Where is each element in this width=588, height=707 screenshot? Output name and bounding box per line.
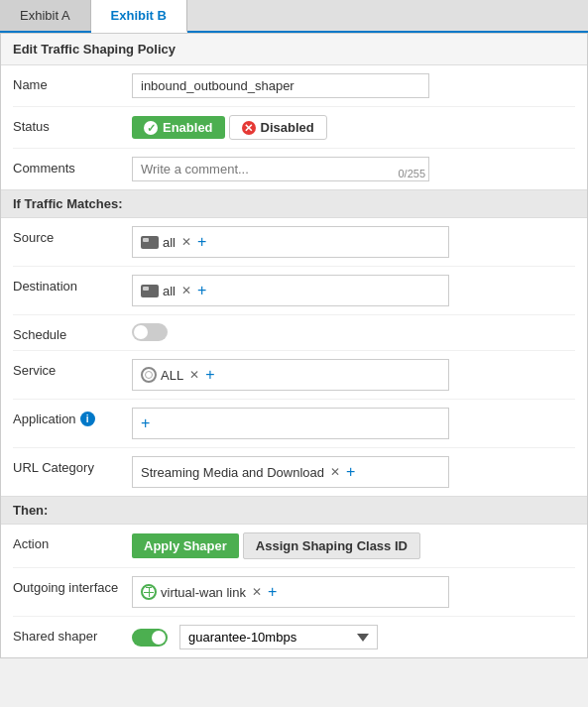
then-form-body: Action Apply Shaper Assign Shaping Class… [1,525,587,657]
service-remove-button[interactable]: ✕ [187,368,201,382]
section-title: Edit Traffic Shaping Policy [1,34,587,65]
application-label: Application i [13,408,132,426]
service-tag-box[interactable]: ALL ✕ + [132,359,449,391]
action-label: Action [13,532,132,551]
destination-tag-item: all [141,284,176,298]
shared-shaper-label: Shared shaper [13,625,132,644]
service-tag-value: ALL [161,368,183,383]
service-tag-icon [141,367,157,383]
shared-shaper-value: guarantee-10mbps [188,630,296,645]
source-add-button[interactable]: + [197,231,206,253]
url-category-tag-box[interactable]: Streaming Media and Download ✕ + [132,456,449,488]
outgoing-interface-label: Outgoing interface [13,576,132,595]
application-info-icon[interactable]: i [80,412,95,426]
destination-tag-icon [141,285,159,297]
url-category-row: URL Category Streaming Media and Downloa… [13,448,575,496]
source-tag-value: all [163,235,176,250]
destination-add-button[interactable]: + [197,280,206,301]
outgoing-interface-tag-value: virtual-wan link [161,585,246,600]
then-section-header: Then: [1,496,587,525]
toggle-knob [134,325,148,339]
shared-shaper-toggle[interactable] [132,629,168,647]
name-label: Name [13,73,132,92]
schedule-label: Schedule [13,323,132,342]
destination-tag-box[interactable]: all ✕ + [132,275,449,306]
schedule-toggle[interactable] [132,323,168,341]
source-remove-button[interactable]: ✕ [179,235,193,249]
if-form-body: Source all ✕ + [1,218,587,496]
application-field: + [132,408,575,439]
outgoing-interface-remove-button[interactable]: ✕ [250,585,264,599]
shared-shaper-toggle-knob [152,631,166,645]
action-field: Apply Shaper Assign Shaping Class ID [132,532,575,559]
shared-shaper-select[interactable]: guarantee-10mbps [179,625,378,649]
enabled-label: Enabled [163,120,213,135]
destination-remove-button[interactable]: ✕ [179,284,193,297]
url-category-tag-item: Streaming Media and Download [141,465,324,480]
service-add-button[interactable]: + [205,364,214,386]
outgoing-interface-globe-icon [141,584,157,600]
service-row: Service ALL ✕ + [13,351,575,400]
shared-shaper-field: guarantee-10mbps [132,625,575,649]
comments-field: 0/255 [132,157,575,181]
destination-tag-value: all [163,284,176,298]
outgoing-interface-add-button[interactable]: + [268,581,277,603]
destination-field: all ✕ + [132,275,575,306]
source-row: Source all ✕ + [13,218,575,267]
url-category-label: URL Category [13,456,132,475]
if-section-header: If Traffic Matches: [1,189,587,218]
shared-shaper-dropdown-arrow [357,634,369,642]
source-tag-row: all ✕ [141,235,193,250]
tab-bar: Exhibit A Exhibit B [0,0,588,33]
url-category-add-button[interactable]: + [346,461,355,483]
destination-tag-row: all ✕ [141,284,193,298]
name-row: Name [13,65,575,107]
destination-row: Destination all ✕ + [13,267,575,315]
name-input[interactable] [132,73,429,98]
source-label: Source [13,226,132,245]
schedule-row: Schedule [13,315,575,351]
outgoing-interface-tag-row: virtual-wan link ✕ [141,584,264,600]
outgoing-interface-row: Outgoing interface virtual-wan link ✕ [13,568,575,617]
status-row: Status ✓ Enabled ✕ Disabled [13,107,575,149]
outgoing-interface-field: virtual-wan link ✕ + [132,576,575,608]
disabled-label: Disabled [261,120,314,135]
tab-exhibit-a[interactable]: Exhibit A [0,0,91,31]
form-body: Name Status ✓ Enabled ✕ Disabled Comment… [1,65,587,189]
source-tag-icon [141,236,159,249]
outgoing-interface-tag-item: virtual-wan link [141,584,246,600]
disabled-icon: ✕ [242,121,256,135]
source-tag-box[interactable]: all ✕ + [132,226,449,258]
status-label: Status [13,115,132,134]
comments-row: Comments 0/255 [13,149,575,189]
char-count: 0/255 [398,168,425,179]
application-row: Application i + [13,400,575,448]
status-enabled-button[interactable]: ✓ Enabled [132,116,225,139]
service-label: Service [13,359,132,378]
source-tag-item: all [141,235,176,250]
assign-class-button[interactable]: Assign Shaping Class ID [243,532,420,559]
url-category-field: Streaming Media and Download ✕ + [132,456,575,488]
action-row: Action Apply Shaper Assign Shaping Class… [13,525,575,568]
apply-shaper-button[interactable]: Apply Shaper [132,533,239,558]
comments-wrap: 0/255 [132,157,429,181]
tab-exhibit-b[interactable]: Exhibit B [91,0,187,33]
main-panel: Edit Traffic Shaping Policy Name Status … [0,33,588,658]
destination-label: Destination [13,275,132,294]
service-tag-item: ALL [141,367,183,383]
comments-label: Comments [13,157,132,176]
url-category-remove-button[interactable]: ✕ [328,465,342,479]
source-field: all ✕ + [132,226,575,258]
url-category-tag-row: Streaming Media and Download ✕ [141,465,342,480]
outgoing-interface-tag-box[interactable]: virtual-wan link ✕ + [132,576,449,608]
enabled-icon: ✓ [144,121,158,135]
status-field: ✓ Enabled ✕ Disabled [132,115,575,140]
url-category-tag-value: Streaming Media and Download [141,465,324,480]
application-tag-box[interactable]: + [132,408,449,439]
service-field: ALL ✕ + [132,359,575,391]
comments-input[interactable] [132,157,429,181]
status-disabled-button[interactable]: ✕ Disabled [229,115,327,140]
service-tag-row: ALL ✕ [141,367,201,383]
shared-shaper-row: Shared shaper guarantee-10mbps [13,617,575,657]
application-add-button[interactable]: + [141,412,150,434]
